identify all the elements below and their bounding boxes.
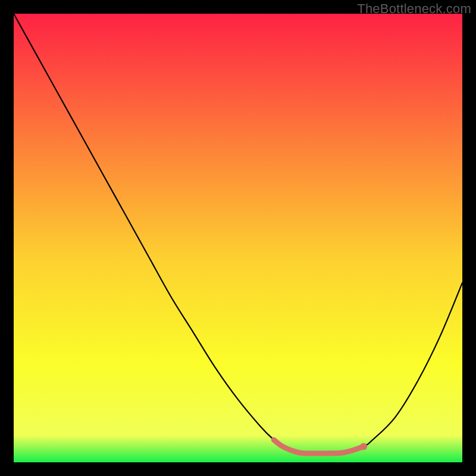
gradient-background <box>14 14 462 462</box>
bottleneck-chart <box>14 14 462 462</box>
watermark-text: TheBottleneck.com <box>357 1 471 17</box>
plot-area <box>14 14 462 462</box>
chart-frame: TheBottleneck.com <box>0 0 476 476</box>
marker-dot <box>360 443 367 450</box>
